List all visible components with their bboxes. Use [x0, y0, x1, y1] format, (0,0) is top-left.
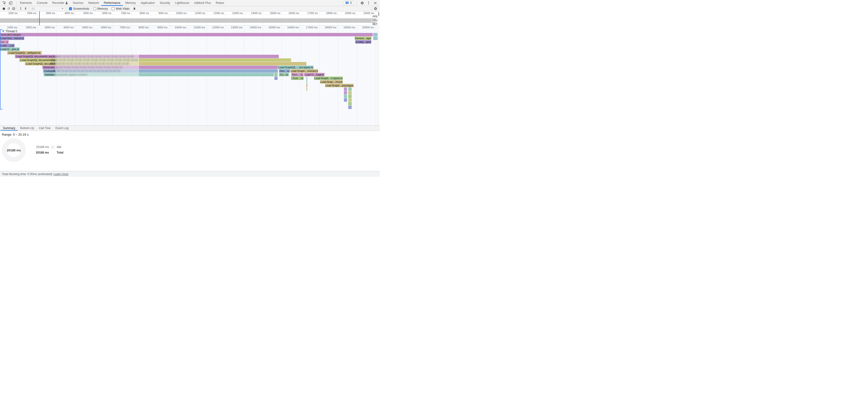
legend-value: 20188 ms — [34, 145, 49, 149]
flame-bar[interactable]: Gen….ts — [291, 73, 304, 76]
checkbox-memory[interactable]: Memory — [93, 7, 108, 10]
flame-bar[interactable]: Load GraphQL documents: package — [15, 55, 279, 58]
flame-bar[interactable]: Load Graph…packages/ — [325, 84, 353, 87]
flame-bar[interactable]: Cod….ts — [292, 76, 304, 80]
vertical-scrollbar[interactable] — [378, 11, 380, 125]
flame-bar-unlabeled[interactable] — [348, 98, 352, 102]
kebab-menu-icon[interactable] — [366, 1, 371, 5]
flame-bar-unlabeled[interactable] — [348, 87, 352, 91]
capture-settings-gear-icon[interactable] — [373, 6, 378, 11]
flame-bar[interactable]: Genera…ages/ — [355, 37, 371, 40]
flame-bar[interactable]: Load …s.ts — [0, 44, 14, 47]
tab-memory[interactable]: Memory — [123, 0, 138, 6]
flame-bar[interactable]: Load Graph…/mocks.ts — [290, 69, 318, 73]
flame-bar[interactable]: Co…ts — [279, 73, 289, 76]
tab-network[interactable]: Network — [86, 0, 101, 6]
flame-bar-unlabeled[interactable] — [306, 87, 307, 91]
tab-bottom-up[interactable]: Bottom-Up — [18, 126, 36, 130]
flame-bar-unlabeled[interactable] — [344, 98, 347, 102]
flame-bar-unlabeled[interactable] — [306, 80, 307, 84]
upload-icon[interactable] — [18, 6, 23, 11]
tab-lighthouse[interactable]: Lighthouse — [173, 0, 192, 6]
flame-bar[interactable]: Load GraphQL …urn-types.ts — [278, 66, 313, 69]
flame-bar[interactable]: executeCodegen — [0, 33, 373, 36]
flame-bar[interactable]: Gen…ts — [279, 69, 290, 73]
selection-bottom-handle[interactable] — [0, 109, 2, 110]
flame-bar[interactable]: Lo…s — [0, 40, 9, 43]
legend-label: Idle — [57, 145, 61, 149]
tabbar-left-icons — [0, 0, 18, 6]
flame-bar[interactable]: Load Gra…hema.ts — [0, 37, 24, 40]
time-label: 2000 ms — [18, 12, 36, 14]
flame-bar-unlabeled[interactable] — [348, 105, 352, 109]
tab-application[interactable]: Application — [138, 0, 157, 6]
download-icon[interactable] — [23, 6, 28, 11]
tab-adblock-plus[interactable]: Adblock Plus — [192, 0, 213, 6]
checkbox-web-vitals[interactable]: Web Vitals — [112, 7, 130, 10]
tab-event-log[interactable]: Event Log — [53, 126, 71, 130]
device-toolbar-icon[interactable] — [8, 1, 13, 5]
time-label: 17000 ms — [300, 12, 318, 14]
tab-console[interactable]: Console — [34, 0, 50, 6]
close-icon[interactable] — [373, 1, 377, 5]
unchecked-checkbox-icon[interactable] — [112, 7, 115, 10]
time-label: 12000 ms — [206, 26, 224, 29]
tab-call-tree[interactable]: Call Tree — [37, 126, 53, 130]
learn-more-link[interactable]: Learn more — [54, 173, 68, 176]
tab-label: Adblock Plus — [194, 1, 211, 5]
record-icon[interactable] — [1, 6, 6, 11]
time-label: 19000 ms — [337, 12, 355, 14]
flame-bar-unlabeled[interactable] — [274, 76, 278, 80]
reload-icon[interactable] — [6, 6, 11, 11]
flame-bar[interactable]: Load GraphQ…ed/types.ts — [7, 51, 42, 55]
flame-bar-unlabeled[interactable] — [344, 91, 347, 94]
unchecked-checkbox-icon[interactable] — [93, 7, 96, 10]
flame-bar-unlabeled[interactable] — [373, 37, 377, 40]
tab-summary[interactable]: Summary — [0, 126, 18, 130]
tab-performance[interactable]: Performance — [101, 0, 123, 6]
selection-left-edge[interactable] — [0, 29, 0, 110]
toolbar-divider — [17, 7, 17, 11]
recording-select[interactable]: #1 — [31, 6, 64, 11]
clear-icon[interactable] — [11, 6, 16, 11]
tab-recorder[interactable]: Recorder — [50, 0, 70, 6]
time-label: 16000 ms — [281, 26, 299, 29]
flame-bar-unlabeled[interactable] — [306, 76, 307, 80]
flame-bar[interactable]: Load G…pes.ts — [0, 48, 20, 51]
issues-button[interactable]: 3 — [344, 1, 353, 5]
trash-icon[interactable] — [132, 6, 137, 11]
checkbox-screenshots[interactable]: Screenshots — [69, 7, 89, 10]
checked-checkbox-icon[interactable] — [69, 7, 72, 10]
tab-elements[interactable]: Elements — [18, 0, 34, 6]
time-label: 19000 ms — [337, 26, 355, 29]
flame-bar-unlabeled[interactable] — [348, 91, 352, 94]
flame-bar-unlabeled[interactable] — [348, 95, 352, 98]
selection-top-handle[interactable] — [0, 29, 2, 30]
flame-chart[interactable]: Thread 0 1000 ms2000 ms3000 ms4000 ms500… — [0, 25, 380, 125]
scrollbar-thumb[interactable] — [378, 12, 379, 16]
flame-bar[interactable]: Codeg…ges/ — [355, 40, 371, 43]
time-label: 3000 ms — [37, 26, 55, 29]
tab-sources[interactable]: Sources — [70, 0, 86, 6]
flame-bar-unlabeled[interactable] — [274, 73, 278, 76]
tab-redux[interactable]: Redux — [213, 0, 227, 6]
flask-icon — [65, 1, 68, 4]
tab-security[interactable]: Security — [157, 0, 173, 6]
flame-bar-label: Lo…s — [1, 40, 8, 43]
flame-bar[interactable]: Load G…kages/ — [304, 73, 324, 76]
flame-bar-label: Cod….ts — [293, 77, 303, 80]
issues-count: 3 — [350, 1, 352, 5]
flame-bar-unlabeled[interactable] — [344, 95, 347, 98]
inspect-icon[interactable] — [2, 1, 6, 5]
flame-bar-unlabeled[interactable] — [306, 84, 307, 87]
flame-bar[interactable]: Load Grap…/mocks.ts — [320, 80, 343, 84]
flame-bar-unlabeled[interactable] — [348, 102, 352, 105]
tabbar-divider — [16, 1, 17, 5]
gear-icon[interactable] — [360, 1, 364, 5]
flame-bar-unlabeled[interactable] — [373, 33, 377, 36]
thread-header[interactable]: Thread 0 — [2, 30, 17, 33]
timeline-overview[interactable]: 1000 ms2000 ms3000 ms4000 ms5000 ms6000 … — [0, 11, 380, 25]
time-label: 11000 ms — [187, 12, 206, 14]
flame-bar-unlabeled[interactable] — [344, 87, 347, 91]
flame-bar[interactable]: Load Graph…n-types.ts — [314, 76, 343, 80]
